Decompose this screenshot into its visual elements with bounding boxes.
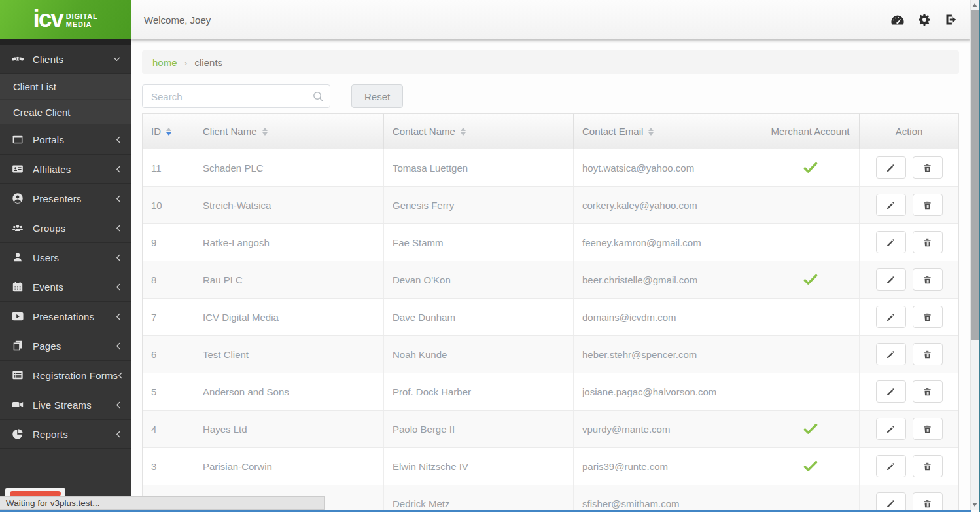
table-header-row: IDClient NameContact NameContact EmailMe… (143, 114, 958, 149)
delete-button[interactable] (913, 343, 943, 365)
handshake-icon (10, 53, 25, 65)
trash-icon (922, 499, 932, 509)
contact-email-cell: beer.christelle@gmail.com (574, 261, 761, 298)
contact-email-cell: heber.stehr@spencer.com (574, 336, 761, 373)
pencil-icon (886, 275, 896, 285)
scrollbar-up-arrow-icon[interactable] (972, 3, 977, 7)
column-header-client-name[interactable]: Client Name (194, 114, 384, 149)
client-name-cell: Rau PLC (194, 261, 384, 298)
scrollbar-thumb[interactable] (971, 10, 979, 340)
id-cell: 9 (143, 224, 194, 261)
id-cell: 11 (143, 149, 194, 186)
sidebar-item-registration-forms[interactable]: Registration Forms (0, 361, 131, 390)
user-circle-icon (10, 192, 25, 204)
delete-button[interactable] (913, 492, 943, 512)
sidebar-item-pages[interactable]: Pages (0, 331, 131, 361)
check-icon (803, 424, 818, 435)
sign-out-icon[interactable] (943, 12, 959, 27)
chevron-left-icon (116, 254, 120, 261)
chevron-left-icon (116, 431, 120, 438)
sidebar-item-events[interactable]: Events (0, 272, 131, 302)
sidebar-item-label: Events (33, 282, 63, 293)
sort-icon (166, 128, 171, 136)
column-header-action: Action (860, 114, 958, 149)
pencil-icon (886, 350, 896, 359)
edit-button[interactable] (876, 306, 906, 328)
merchant-account-cell (761, 336, 860, 373)
list-alt-icon (10, 369, 25, 381)
column-header-contact-name[interactable]: Contact Name (384, 114, 574, 149)
column-header-label: ID (151, 126, 161, 137)
trash-icon (922, 238, 932, 247)
sidebar-item-affiliates[interactable]: Affiliates (0, 155, 131, 184)
client-name-cell: Ratke-Langosh (194, 224, 384, 261)
delete-button[interactable] (913, 156, 943, 179)
window-icon (10, 134, 25, 145)
merchant-account-cell (761, 261, 860, 298)
sidebar-item-groups[interactable]: Groups (0, 213, 131, 243)
trash-icon (922, 387, 932, 397)
video-play-icon (10, 310, 25, 322)
edit-button[interactable] (876, 194, 906, 216)
breadcrumb-current: clients (195, 57, 223, 68)
scrollbar-down-arrow-icon[interactable] (972, 503, 977, 507)
contact-email-cell: feeney.kamron@gmail.com (574, 224, 761, 261)
reset-button[interactable]: Reset (351, 84, 403, 108)
edit-button[interactable] (876, 492, 906, 512)
action-cell (860, 299, 958, 335)
delete-button[interactable] (913, 418, 943, 440)
sidebar-item-users[interactable]: Users (0, 243, 131, 272)
table-row: 7ICV Digital MediaDave Dunhamdomains@icv… (143, 299, 958, 336)
sidebar-item-presenters[interactable]: Presenters (0, 184, 131, 213)
contact-name-cell: Noah Kunde (384, 336, 574, 373)
breadcrumb-home-link[interactable]: home (152, 57, 177, 68)
pencil-icon (886, 387, 896, 397)
delete-button[interactable] (913, 380, 943, 403)
merchant-account-cell (761, 485, 860, 512)
contact-name-cell: Tomasa Luettgen (384, 149, 574, 186)
delete-button[interactable] (913, 194, 943, 216)
delete-button[interactable] (913, 306, 943, 328)
column-header-label: Action (896, 126, 923, 137)
delete-button[interactable] (913, 231, 943, 253)
breadcrumb-separator-icon: › (184, 57, 188, 68)
edit-button[interactable] (876, 418, 906, 440)
sidebar: icv DIGITAL MEDIA ClientsClient ListCrea… (0, 0, 131, 512)
client-name-cell: Parisian-Corwin (194, 448, 384, 485)
edit-button[interactable] (876, 156, 906, 179)
merchant-account-cell (761, 149, 860, 186)
sidebar-item-clients[interactable]: Clients (0, 45, 131, 74)
pencil-icon (886, 312, 896, 322)
sidebar-item-live-streams[interactable]: Live Streams (0, 390, 131, 420)
gear-icon[interactable] (917, 12, 932, 27)
sidebar-item-reports[interactable]: Reports (0, 420, 131, 449)
search-input[interactable] (142, 84, 330, 108)
chevron-left-icon (116, 195, 120, 202)
sidebar-subitem-client-list[interactable]: Client List (0, 74, 131, 100)
contact-email-cell: sfisher@smitham.com (574, 485, 761, 512)
contact-email-cell: vpurdy@mante.com (574, 411, 761, 447)
sidebar-item-presentations[interactable]: Presentations (0, 302, 131, 331)
edit-button[interactable] (876, 268, 906, 291)
merchant-account-cell (761, 373, 860, 410)
column-header-contact-email[interactable]: Contact Email (574, 114, 761, 149)
browser-status-bar: Waiting for v3plus.test... (0, 496, 325, 510)
chevron-left-icon (116, 136, 120, 143)
vertical-scrollbar[interactable] (970, 0, 979, 510)
table-row: 4Hayes LtdPaolo Berge IIvpurdy@mante.com (143, 411, 958, 448)
check-icon (803, 274, 818, 285)
column-header-id[interactable]: ID (143, 114, 194, 149)
sidebar-item-portals[interactable]: Portals (0, 125, 131, 155)
edit-button[interactable] (876, 343, 906, 365)
delete-button[interactable] (913, 268, 943, 291)
dashboard-icon[interactable] (890, 12, 905, 27)
edit-button[interactable] (876, 231, 906, 253)
delete-button[interactable] (913, 455, 943, 477)
chevron-left-icon (116, 313, 120, 320)
edit-button[interactable] (876, 380, 906, 403)
sidebar-subitem-create-client[interactable]: Create Client (0, 100, 131, 125)
pencil-icon (886, 200, 896, 210)
id-cell: 3 (143, 448, 194, 485)
edit-button[interactable] (876, 455, 906, 477)
brand-logo[interactable]: icv DIGITAL MEDIA (0, 0, 131, 39)
